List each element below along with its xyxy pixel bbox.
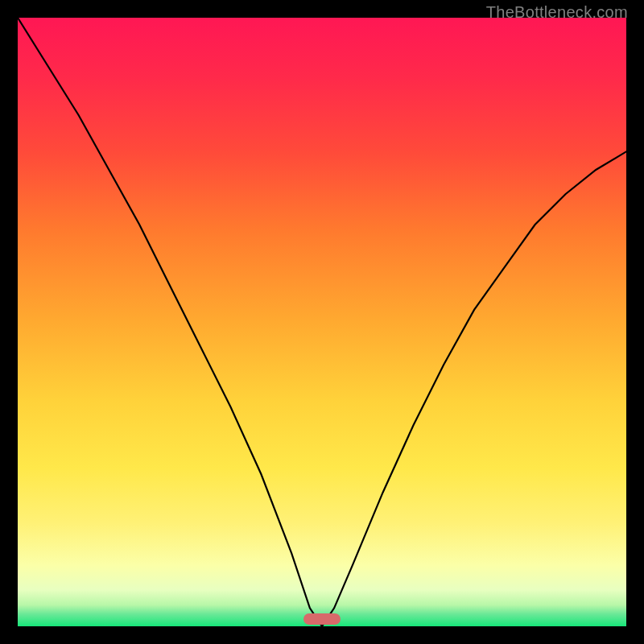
bottleneck-chart: TheBottleneck.com [0, 0, 644, 644]
bottleneck-curve [18, 18, 626, 626]
plot-area [18, 18, 626, 626]
minimum-marker [303, 613, 340, 625]
watermark-text: TheBottleneck.com [486, 3, 628, 22]
